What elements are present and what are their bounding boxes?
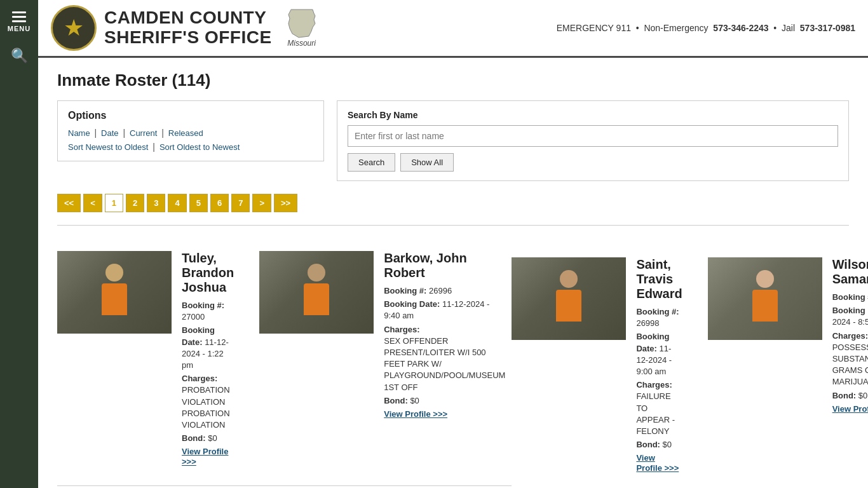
charges: Charges: POSSESS CONTROL SUBSTANCE EXCEP… bbox=[832, 330, 868, 388]
options-title: Options bbox=[68, 110, 313, 121]
sidebar: MENU 🔍 bbox=[0, 0, 38, 488]
non-emergency-label: Non-Emergency bbox=[644, 23, 708, 33]
pagination-button[interactable]: 7 bbox=[231, 194, 250, 212]
silhouette bbox=[297, 264, 336, 321]
photo-placeholder bbox=[57, 251, 172, 334]
bond: Bond: $0 bbox=[182, 433, 234, 444]
inmate-photo bbox=[57, 251, 172, 334]
pagination-button[interactable]: 4 bbox=[168, 194, 186, 212]
inmate-card: Barkow, John Robert Booking #: 26996 Boo… bbox=[240, 238, 512, 479]
bond: Bond: $0 bbox=[636, 439, 682, 451]
inmate-photo bbox=[259, 251, 374, 334]
sidebar-search-button[interactable]: 🔍 bbox=[11, 48, 28, 64]
search-label: Search By Name bbox=[348, 110, 838, 120]
view-profile-link[interactable]: View Profile >>> bbox=[636, 453, 679, 473]
booking-date: Booking Date: 11-12-2024 - 9:40 am bbox=[384, 299, 505, 322]
silhouette bbox=[746, 270, 784, 327]
pagination-button[interactable]: 5 bbox=[189, 194, 208, 212]
inmate-card: Tuley, Brandon Joshua Booking #: 27000 B… bbox=[57, 238, 240, 479]
photo-placeholder bbox=[259, 251, 374, 334]
photo-placeholder bbox=[708, 257, 822, 340]
inmate-name: Tuley, Brandon Joshua bbox=[182, 251, 234, 295]
charge-item: PROBATION VIOLATION bbox=[182, 384, 234, 407]
view-profile-link[interactable]: View Profile >>> bbox=[384, 409, 447, 419]
state-label: Missouri bbox=[287, 39, 316, 48]
option-released-link[interactable]: Released bbox=[168, 128, 203, 138]
inmate-info: Saint, Travis Edward Booking #: 26998 Bo… bbox=[636, 257, 682, 473]
view-profile-link[interactable]: View Profile >>> bbox=[182, 447, 228, 466]
agency-logo: ★ bbox=[51, 5, 97, 51]
option-name-link[interactable]: Name bbox=[68, 128, 90, 138]
bond: Bond: $0 bbox=[384, 395, 505, 407]
pagination-button[interactable]: 2 bbox=[126, 194, 144, 212]
silhouette-body bbox=[752, 290, 778, 322]
sheriff-star-icon: ★ bbox=[64, 15, 84, 41]
agency-line2: SHERIFF'S OFFICE bbox=[104, 28, 272, 48]
search-input[interactable] bbox=[348, 125, 838, 147]
silhouette bbox=[550, 270, 588, 327]
silhouette-body bbox=[556, 290, 581, 322]
menu-icon bbox=[8, 11, 31, 22]
inmate-photo bbox=[512, 257, 626, 340]
non-emergency-number: 573-346-2243 bbox=[713, 23, 768, 33]
emergency-label: EMERGENCY 911 bbox=[557, 23, 631, 33]
state-badge: Missouri bbox=[286, 8, 318, 48]
booking-date: Booking Date: 11-11-2024 - 8:59 pm bbox=[832, 305, 868, 328]
inmate-info: Barkow, John Robert Booking #: 26996 Boo… bbox=[384, 251, 505, 419]
menu-label: MENU bbox=[8, 25, 31, 32]
header: ★ CAMDEN COUNTY SHERIFF'S OFFICE Missour… bbox=[38, 0, 868, 58]
booking-date: Booking Date: 11-12-2024 - 9:00 am bbox=[636, 331, 682, 377]
pagination-button[interactable]: 3 bbox=[147, 194, 165, 212]
pagination: <<<1234567>>> bbox=[57, 194, 849, 212]
silhouette-head bbox=[105, 264, 123, 281]
inmate-info: Tuley, Brandon Joshua Booking #: 27000 B… bbox=[182, 251, 234, 466]
photo-placeholder bbox=[512, 257, 626, 340]
search-buttons: Search Show All bbox=[348, 153, 838, 172]
charge-item: PROBATION VIOLATION bbox=[182, 408, 234, 431]
charges: Charges: PROBATION VIOLATION PROBATION V… bbox=[182, 373, 234, 431]
charge-item: FAILURE TO APPEAR - FELONY bbox=[636, 391, 682, 437]
booking-num: Booking #: 26994 bbox=[832, 292, 868, 303]
option-date-link[interactable]: Date bbox=[101, 128, 118, 138]
booking-num: Booking #: 27000 bbox=[182, 300, 234, 323]
contact-info: EMERGENCY 911 • Non-Emergency 573-346-22… bbox=[557, 23, 855, 33]
menu-button[interactable]: MENU bbox=[5, 6, 33, 37]
booking-date: Booking Date: 11-12-2024 - 1:22 pm bbox=[182, 325, 234, 371]
inmate-card: Saint, Travis Edward Booking #: 26998 Bo… bbox=[512, 245, 688, 486]
search-button[interactable]: Search bbox=[348, 153, 395, 172]
options-search-row: Options Name | Date | Current | Released… bbox=[57, 100, 849, 181]
charges: Charges: SEX OFFENDER PRESENT/LOITER W/I… bbox=[384, 324, 505, 393]
sort-links: Sort Newest to Oldest | Sort Oldest to N… bbox=[68, 142, 313, 152]
pagination-button[interactable]: < bbox=[83, 194, 102, 212]
silhouette-head bbox=[756, 270, 774, 288]
page-title: Inmate Roster (114) bbox=[57, 71, 849, 90]
charge-item: POSSESS CONTROL SUBSTANCE EXCEPT 35 GRAM… bbox=[832, 342, 868, 388]
charge-item: SEX OFFENDER PRESENT/LOITER W/I 500 FEET… bbox=[384, 336, 505, 393]
silhouette-head bbox=[308, 264, 325, 281]
inmates-grid: Tuley, Brandon Joshua Booking #: 27000 B… bbox=[57, 238, 849, 486]
top-divider bbox=[57, 225, 849, 226]
options-links: Name | Date | Current | Released bbox=[68, 128, 313, 138]
show-all-button[interactable]: Show All bbox=[400, 153, 454, 172]
svg-marker-0 bbox=[288, 10, 315, 37]
jail-label: Jail bbox=[782, 23, 795, 33]
booking-num: Booking #: 26998 bbox=[636, 306, 682, 329]
pagination-button[interactable]: << bbox=[57, 194, 81, 212]
sort-newest-oldest-link[interactable]: Sort Newest to Oldest bbox=[68, 142, 148, 152]
silhouette-head bbox=[560, 270, 578, 288]
options-panel: Options Name | Date | Current | Released… bbox=[57, 100, 324, 161]
pagination-button[interactable]: 1 bbox=[105, 194, 123, 212]
silhouette-body bbox=[102, 283, 127, 315]
inmate-card: Wilson, Samantha Rose Booking #: 26994 B… bbox=[689, 245, 868, 486]
booking-num: Booking #: 26996 bbox=[384, 285, 505, 297]
pagination-button[interactable]: >> bbox=[274, 194, 297, 212]
pagination-button[interactable]: 6 bbox=[210, 194, 229, 212]
main-content: Inmate Roster (114) Options Name | Date … bbox=[38, 58, 868, 488]
pagination-button[interactable]: > bbox=[252, 194, 271, 212]
view-profile-link[interactable]: View Profile >>> bbox=[832, 404, 868, 414]
inmate-info: Wilson, Samantha Rose Booking #: 26994 B… bbox=[832, 257, 868, 414]
sort-oldest-newest-link[interactable]: Sort Oldest to Newest bbox=[159, 142, 240, 152]
bond: Bond: $0 bbox=[832, 390, 868, 402]
inmate-name: Wilson, Samantha Rose bbox=[832, 257, 868, 287]
option-current-link[interactable]: Current bbox=[130, 128, 157, 138]
